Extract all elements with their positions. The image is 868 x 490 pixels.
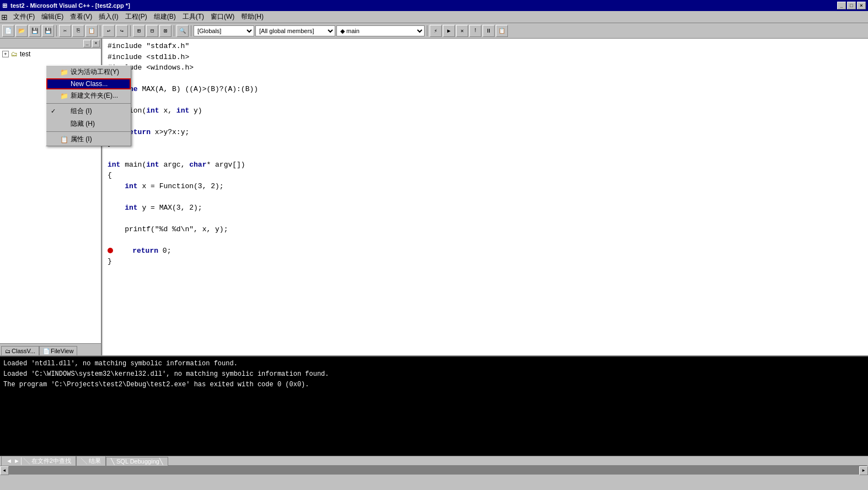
output-tabs: ◄ ►│╲ 在文件2中查找 ╲ 结果 ╲ SQL Debugging╲: [0, 456, 868, 466]
ctx-hide[interactable]: 隐藏 (H): [46, 118, 131, 130]
menu-project[interactable]: 工程(P): [122, 11, 151, 23]
title-text: test2 - Microsoft Visual C++ - [test2.cp…: [10, 2, 130, 9]
app-menu-icon: ⊞: [1, 13, 8, 22]
main-combo[interactable]: ◆ main: [336, 25, 425, 36]
members-combo[interactable]: [All global members]: [255, 25, 335, 36]
debug-btn2[interactable]: ▶: [443, 25, 455, 37]
ctx-hide-label: 隐藏 (H): [71, 119, 95, 129]
activate-icon: 📁: [60, 68, 68, 76]
minimize-button[interactable]: _: [837, 2, 846, 9]
ctx-new-folder[interactable]: 📁 新建文件夹(E)...: [46, 89, 131, 102]
menu-help[interactable]: 帮助(H): [238, 11, 267, 23]
redo-btn[interactable]: ↪: [116, 25, 128, 37]
copy-btn[interactable]: ⎘: [72, 25, 84, 37]
output-tab-results[interactable]: ╲ 结果: [76, 456, 106, 466]
classview-icon: 🗂: [5, 348, 10, 354]
title-bar-buttons: _ □ ×: [837, 2, 866, 9]
scroll-left-btn[interactable]: ◄: [0, 466, 9, 475]
output-tab-sql[interactable]: ╲ SQL Debugging╲: [106, 457, 168, 466]
ctx-props-label: 属性 (I): [71, 135, 92, 144]
output-line2: Loaded 'C:\WINDOWS\system32\kernel32.dll…: [3, 370, 329, 378]
scroll-track[interactable]: [9, 466, 859, 475]
new-class-icon: [60, 80, 68, 88]
sep1: [56, 25, 57, 36]
ctx-sep1: [46, 103, 131, 104]
close-button[interactable]: ×: [857, 2, 866, 9]
debug-btn4[interactable]: !: [469, 25, 481, 37]
left-panel-header: _ ×: [0, 39, 101, 49]
output-line3: The program 'C:\Projects\test2\Debug\tes…: [3, 381, 309, 388]
debug-btn3[interactable]: ✕: [456, 25, 468, 37]
scroll-right-btn[interactable]: ►: [859, 466, 868, 475]
title-bar: ⊞ test2 - Microsoft Visual C++ - [test2.…: [0, 0, 868, 11]
output-tab-spacer: [168, 465, 867, 466]
save-btn[interactable]: 💾: [29, 25, 41, 37]
tab-classview[interactable]: 🗂 ClassV...: [1, 346, 39, 355]
ctx-new-folder-label: 新建文件夹(E)...: [71, 91, 118, 100]
open-btn[interactable]: 📂: [15, 25, 28, 37]
menu-bar: ⊞ 文件(F) 编辑(E) 查看(V) 插入(I) 工程(P) 组建(B) 工具…: [0, 11, 868, 23]
ctx-new-class[interactable]: New Class...: [46, 78, 131, 89]
sep5: [191, 25, 191, 36]
menu-edit[interactable]: 编辑(E): [38, 11, 67, 23]
menu-build[interactable]: 组建(B): [151, 11, 179, 23]
menu-insert[interactable]: 插入(I): [95, 11, 121, 23]
ctx-combine-label: 组合 (I): [71, 106, 92, 116]
undo-btn[interactable]: ↩: [103, 25, 115, 37]
tree-folder-icon: 🗂: [10, 50, 19, 58]
ctx-sep2: [46, 131, 131, 132]
toolbar1: 📄 📂 💾 💾 ✂ ⎘ 📋 ↩ ↪ ⊞ ⊟ ⊠ 🔍 [Globals] [All…: [0, 23, 868, 39]
output-content[interactable]: Loaded 'ntdll.dll', no matching symbolic…: [0, 356, 868, 456]
new-folder-icon: 📁: [60, 92, 68, 100]
fileview-icon: 📄: [43, 348, 50, 354]
globals-combo[interactable]: [Globals]: [194, 25, 254, 36]
ctx-activate-label: 设为活动工程(Y): [71, 67, 119, 77]
tree-root-label: test: [20, 50, 30, 58]
menu-window[interactable]: 窗口(W): [207, 11, 238, 23]
paste-btn[interactable]: 📋: [85, 25, 98, 37]
debug-btn5[interactable]: ⏸: [483, 25, 495, 37]
ctx-activate[interactable]: 📁 设为活动工程(Y): [46, 66, 131, 78]
ctx-combine[interactable]: ✓ 组合 (I): [46, 105, 131, 118]
app-icon: ⊞: [2, 2, 7, 9]
panel-minimize-btn[interactable]: _: [83, 40, 91, 47]
bottom-scrollbar[interactable]: ◄ ►: [0, 466, 868, 475]
search-btn[interactable]: 🔍: [176, 25, 189, 37]
sep6: [427, 25, 427, 36]
new-btn[interactable]: 📄: [2, 25, 14, 37]
menu-file[interactable]: 文件(F): [10, 11, 38, 23]
tab-fileview[interactable]: 📄 FileView: [39, 346, 77, 355]
sep4: [174, 25, 174, 36]
context-menu: 📁 设为活动工程(Y) New Class... 📁 新建文件夹(E)... ✓…: [46, 65, 131, 146]
win-btn2[interactable]: ⊟: [146, 25, 158, 37]
tree-expand-icon[interactable]: +: [2, 51, 9, 57]
code-editor[interactable]: #include "stdafx.h" #include <stdlib.h> …: [102, 39, 868, 355]
left-panel-tabs: 🗂 ClassV... 📄 FileView: [0, 343, 101, 355]
cut-btn[interactable]: ✂: [59, 25, 71, 37]
ctx-new-class-label: New Class...: [71, 80, 108, 88]
sep2: [100, 25, 100, 36]
hide-icon: [60, 120, 68, 128]
ctx-properties[interactable]: 📋 属性 (I): [46, 133, 131, 146]
menu-view[interactable]: 查看(V): [67, 11, 95, 23]
maximize-button[interactable]: □: [847, 2, 856, 9]
win-btn3[interactable]: ⊠: [159, 25, 172, 37]
panel-close-btn[interactable]: ×: [92, 40, 100, 47]
output-tab-find[interactable]: ◄ ►│╲ 在文件2中查找: [1, 456, 76, 466]
sep3: [130, 25, 131, 36]
combine-icon: [60, 108, 68, 115]
win-btn1[interactable]: ⊞: [133, 25, 145, 37]
output-panel: Loaded 'ntdll.dll', no matching symbolic…: [0, 355, 868, 466]
output-line1: Loaded 'ntdll.dll', no matching symbolic…: [3, 360, 238, 368]
props-icon: 📋: [60, 136, 68, 143]
tree-root-item[interactable]: + 🗂 test: [1, 50, 100, 58]
debug-btn6[interactable]: 📋: [496, 25, 508, 37]
debug-btn1[interactable]: ⚡: [430, 25, 442, 37]
save-all-btn[interactable]: 💾: [42, 25, 54, 37]
menu-tools[interactable]: 工具(T): [179, 11, 207, 23]
